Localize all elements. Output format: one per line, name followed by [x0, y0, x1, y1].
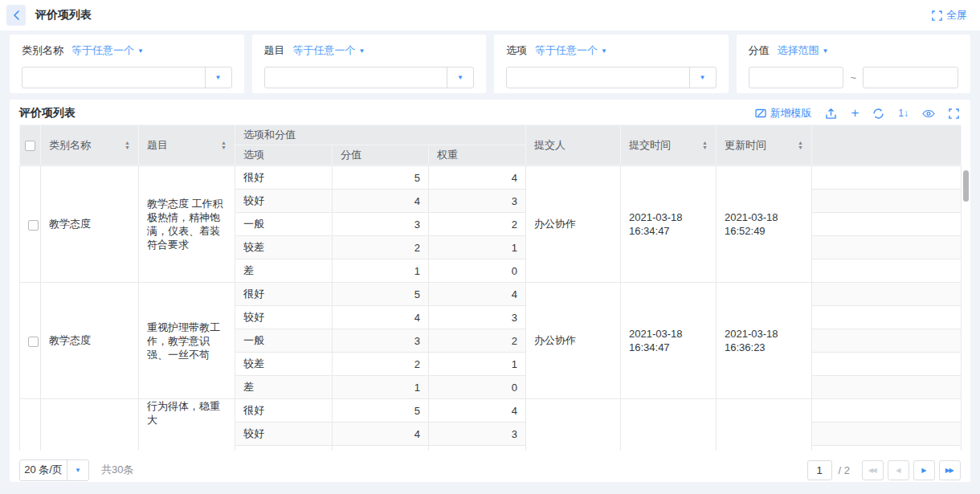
option-cell: 很好 — [235, 283, 333, 306]
last-page-button[interactable]: ▶▶ — [939, 460, 961, 480]
option-cell: 较好 — [235, 306, 333, 329]
score-cell: 3 — [333, 213, 429, 236]
select-arrow-button[interactable]: ▼ — [67, 460, 88, 480]
chevron-down-icon: ▼ — [137, 47, 144, 55]
sort-order-icon[interactable]: 1↓ — [898, 108, 909, 119]
option-cell: 较差 — [235, 236, 333, 259]
range-separator: ~ — [850, 71, 856, 84]
prev-page-button[interactable]: ◀ — [888, 460, 909, 480]
empty-cell — [812, 236, 962, 259]
option-cell: 很好 — [235, 399, 333, 423]
option-cell: 差 — [235, 259, 333, 283]
score-cell: 4 — [333, 190, 429, 213]
update-time-cell — [717, 399, 812, 451]
filter-category-operator[interactable]: 等于任意一个 ▼ — [71, 43, 144, 58]
edit-template-icon — [755, 108, 766, 119]
chevron-right-icon: ▶ — [921, 467, 925, 474]
filter-score: 分值 选择范围 ▼ ~ — [737, 35, 971, 93]
col-header-category[interactable]: 类别名称 ▲▼ — [41, 125, 139, 165]
col-header-submitter: 提交人 — [526, 125, 621, 165]
sort-icon[interactable]: ▲▼ — [798, 141, 803, 150]
next-page-button[interactable]: ▶ — [913, 460, 935, 480]
col-header-option: 选项 — [235, 145, 333, 165]
row-checkbox[interactable] — [28, 337, 39, 347]
select-all-checkbox[interactable] — [25, 141, 35, 151]
filter-option-label: 选项 — [506, 43, 527, 58]
score-cell: 2 — [333, 353, 429, 376]
table-row: 教学态度 重视护理带教工作，教学意识强、一丝不苟 很好 5 4 办公协作 202… — [20, 283, 962, 306]
option-cell: 较好 — [235, 190, 333, 213]
empty-cell — [812, 399, 962, 423]
total-count: 共30条 — [101, 463, 133, 477]
table-body-viewport: 教学态度 教学态度 工作积极热情，精神饱满，仪表、着装符合要求 很好 5 4 办… — [10, 165, 970, 451]
col-header-update-time[interactable]: 更新时间 ▲▼ — [717, 125, 812, 165]
empty-cell — [812, 329, 962, 353]
chevron-down-icon: ▼ — [601, 47, 607, 55]
score-cell: 5 — [333, 283, 429, 306]
chevron-left-icon: ◀ — [896, 467, 900, 474]
filter-category-select[interactable]: ▼ — [22, 67, 232, 88]
filter-option-operator[interactable]: 等于任意一个 ▼ — [535, 43, 607, 58]
submitter-cell — [526, 399, 621, 451]
score-max-input[interactable] — [863, 67, 958, 88]
table-fullscreen-icon[interactable] — [949, 108, 959, 119]
filter-option-select[interactable]: ▼ — [506, 67, 717, 88]
question-cell: 教学态度 工作积极热情，精神饱满，仪表、着装符合要求 — [139, 166, 235, 283]
filter-question-operator[interactable]: 等于任意一个 ▼ — [293, 43, 365, 58]
filter-score-label: 分值 — [749, 43, 770, 58]
filter-question-select[interactable]: ▼ — [264, 67, 475, 88]
row-checkbox-cell — [20, 399, 41, 451]
select-arrow-button[interactable]: ▼ — [205, 67, 231, 88]
row-checkbox[interactable] — [28, 220, 39, 231]
select-arrow-button[interactable]: ▼ — [689, 67, 716, 88]
current-page-input[interactable]: 1 — [807, 460, 832, 480]
add-icon[interactable]: + — [851, 108, 859, 119]
back-button[interactable] — [6, 5, 26, 26]
col-header-submit-time[interactable]: 提交时间 ▲▼ — [621, 125, 717, 165]
select-all-cell — [20, 125, 41, 165]
first-page-button[interactable]: ◀◀ — [862, 460, 884, 480]
chevron-down-icon: ▼ — [823, 47, 829, 55]
double-chevron-right-icon: ▶▶ — [945, 467, 953, 474]
new-template-button[interactable]: 新增模版 — [755, 106, 811, 120]
filter-score-operator[interactable]: 选择范围 ▼ — [778, 43, 829, 58]
table-title: 评价项列表 — [19, 106, 76, 120]
page-size-select[interactable]: 20 条/页 ▼ — [19, 459, 89, 481]
fullscreen-icon — [932, 10, 942, 21]
vertical-scrollbar[interactable] — [963, 170, 969, 202]
filter-category-label: 类别名称 — [22, 43, 63, 58]
col-header-question[interactable]: 题目 ▲▼ — [139, 125, 235, 165]
category-cell: 教学态度 — [41, 166, 139, 283]
empty-cell — [812, 190, 962, 213]
sort-icon[interactable]: ▲▼ — [221, 141, 227, 150]
double-chevron-left-icon: ◀◀ — [868, 467, 876, 474]
option-cell: 较好 — [235, 423, 333, 446]
submit-time-cell — [621, 399, 717, 451]
filter-option: 选项 等于任意一个 ▼ ▼ — [494, 35, 729, 93]
fullscreen-label: 全屏 — [946, 8, 967, 22]
filter-bar: 类别名称 等于任意一个 ▼ ▼ 题目 等于任意一个 ▼ ▼ — [10, 35, 970, 93]
total-pages: / 2 — [839, 464, 850, 476]
table-card: 评价项列表 新增模版 + 1↓ — [10, 100, 970, 482]
score-cell: 5 — [333, 166, 429, 190]
empty-cell — [812, 306, 962, 329]
sort-icon[interactable]: ▲▼ — [125, 141, 130, 150]
export-icon[interactable] — [825, 108, 837, 120]
submit-time-cell: 2021-03-18 16:34:47 — [621, 166, 717, 283]
score-cell: 3 — [333, 329, 429, 353]
submitter-cell: 办公协作 — [526, 166, 621, 283]
weight-cell: 2 — [429, 213, 526, 236]
column-visibility-icon[interactable] — [922, 109, 935, 118]
score-min-input[interactable] — [749, 67, 844, 88]
sort-icon[interactable]: ▲▼ — [702, 141, 708, 150]
empty-cell — [812, 213, 962, 236]
option-cell: 一般 — [235, 329, 333, 353]
fullscreen-button[interactable]: 全屏 — [932, 8, 967, 22]
option-cell: 较差 — [235, 353, 333, 376]
option-cell: 差 — [235, 376, 333, 399]
empty-cell — [812, 376, 962, 399]
weight-cell: 1 — [429, 236, 526, 259]
select-arrow-button[interactable]: ▼ — [447, 67, 473, 88]
weight-cell: 3 — [429, 423, 526, 446]
refresh-icon[interactable] — [872, 108, 884, 120]
